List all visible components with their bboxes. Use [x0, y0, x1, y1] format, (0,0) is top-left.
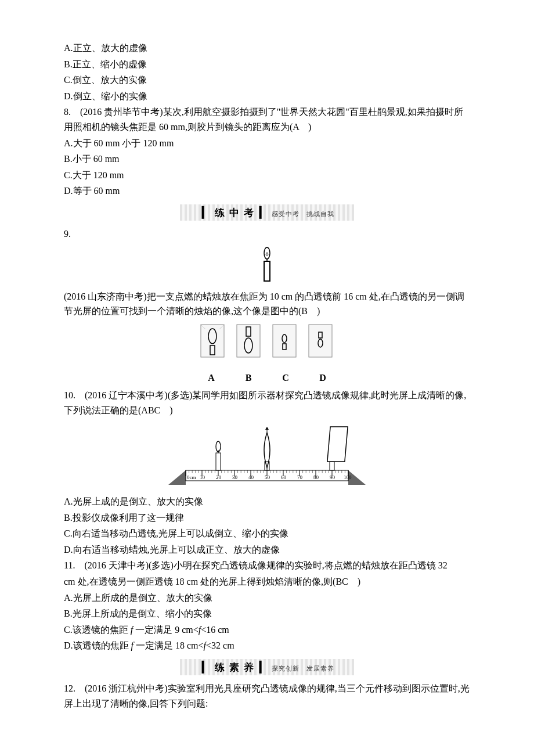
banner2-sep-icon: ▎	[259, 661, 268, 673]
q9-number: 9.	[64, 226, 470, 242]
svg-marker-76	[265, 427, 269, 430]
q12-stem: 12. (2016 浙江杭州中考)实验室利用光具座研究凸透镜成像的规律,当三个元…	[64, 681, 470, 711]
ruler-mark-70: 70	[297, 474, 303, 480]
ruler-mark-10: 10	[200, 474, 205, 480]
svg-rect-11	[273, 325, 296, 357]
q10-opt-a: A.光屏上成的是倒立、放大的实像	[64, 494, 470, 509]
svg-rect-1	[264, 261, 270, 281]
q7-opt-c: C.倒立、放大的实像	[64, 73, 470, 88]
q8-opt-d: D.等于 60 mm	[64, 183, 470, 199]
banner-sub-text: 感受中考 挑战自我	[272, 210, 334, 217]
q8-opt-a: A.大于 60 mm 小于 120 mm	[64, 136, 470, 151]
q9-stem: (2016 山东济南中考)把一支点燃的蜡烛放在焦距为 10 cm 的凸透镜前 1…	[64, 289, 470, 319]
section-banner-suyang: ▎ 练 素 养 ▎ 探究创新 发展素养	[180, 659, 354, 675]
q10-opt-b: B.投影仪成像利用了这一规律	[64, 510, 470, 525]
candle-upright-icon	[255, 245, 279, 286]
ruler-mark-90: 90	[330, 474, 335, 480]
svg-point-0	[264, 247, 270, 259]
q11-opt-c: C.该透镜的焦距 f 一定满足 9 cm<f<16 cm	[64, 622, 470, 638]
q11-opt-a: A.光屏上所成的是倒立、放大的实像	[64, 591, 470, 606]
svg-rect-79	[327, 427, 348, 462]
q11-opt-d: D.该透镜的焦距 f 一定满足 18 cm<f<32 cm	[64, 638, 470, 653]
q9-options-row: A B C D	[64, 323, 470, 386]
banner-main-text: 练 中 考	[215, 207, 255, 218]
banner2-sub-text: 探究创新 发展素养	[272, 665, 334, 672]
svg-rect-14	[309, 325, 332, 357]
banner2-bar-icon: ▎	[202, 661, 210, 673]
q8-opt-b: B.小于 60 mm	[64, 152, 470, 167]
q9-label-b: B	[231, 370, 266, 386]
svg-rect-71	[216, 453, 221, 470]
ruler-mark-50: 50	[265, 474, 270, 480]
ruler-mark-40: 40	[248, 474, 254, 480]
q8-opt-c: C.大于 120 mm	[64, 168, 470, 183]
q11-opt-b: B.光屏上所成的是倒立、缩小的实像	[64, 606, 470, 621]
optical-bench-figure: 0cm 10 20 30 40 50 60 70 80 90 100	[157, 421, 377, 491]
q7-opt-b: B.正立、缩小的虚像	[64, 57, 470, 72]
q10-stem: 10. (2016 辽宁本溪中考)(多选)某同学用如图所示器材探究凸透镜成像规律…	[64, 388, 470, 417]
svg-rect-78	[330, 462, 334, 470]
q9-label-c: C	[268, 370, 303, 386]
q9-options-figure	[197, 323, 337, 365]
ruler-mark-20: 20	[216, 474, 222, 480]
q9-label-a: A	[194, 370, 229, 386]
svg-rect-8	[237, 325, 260, 357]
ruler-mark-100: 100	[344, 474, 352, 480]
banner-sep-icon: ▎	[259, 207, 268, 218]
q11-stem-l1: 11. (2016 天津中考)(多选)小明在探究凸透镜成像规律的实验时,将点燃的…	[64, 558, 470, 573]
q7-opt-a: A.正立、放大的虚像	[64, 41, 470, 56]
ruler-mark-30: 30	[232, 474, 238, 480]
q10-opt-c: C.向右适当移动凸透镜,光屏上可以成倒立、缩小的实像	[64, 526, 470, 541]
svg-rect-3	[201, 325, 224, 357]
q9-label-d: D	[305, 370, 340, 386]
ruler-mark-60: 60	[281, 474, 287, 480]
section-banner-zhongkao: ▎ 练 中 考 ▎ 感受中考 挑战自我	[180, 204, 354, 221]
svg-marker-17	[168, 470, 186, 485]
q7-opt-d: D.倒立、缩小的实像	[64, 89, 470, 104]
ruler-mark-0: 0cm	[187, 474, 196, 480]
q8-stem: 8. (2016 贵州毕节中考)某次,利用航空摄影拍摄到了"世界天然大花园"百里…	[64, 105, 470, 134]
q10-opt-d: D.向右适当移动蜡烛,光屏上可以成正立、放大的虚像	[64, 542, 470, 557]
ruler-mark-80: 80	[313, 474, 319, 480]
q11-stem-l2: cm 处,在透镜另一侧距透镜 18 cm 处的光屏上得到烛焰清晰的像,则(BC …	[64, 574, 470, 589]
banner-bar-icon: ▎	[202, 207, 210, 218]
banner2-main-text: 练 素 养	[215, 662, 255, 673]
